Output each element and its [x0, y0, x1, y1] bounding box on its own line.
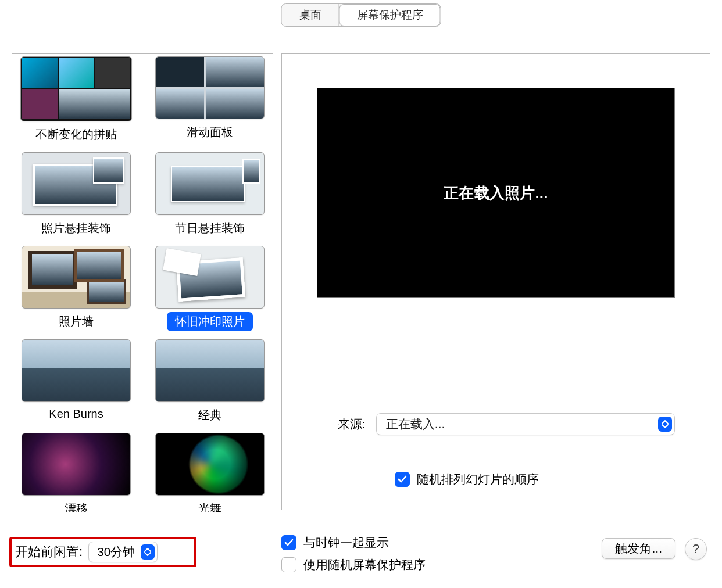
screensaver-item-label: 照片墙: [51, 312, 102, 331]
random-saver-row: 使用随机屏幕保护程序: [281, 557, 710, 573]
screensaver-thumb: [155, 56, 265, 119]
screensaver-item-flurry[interactable]: 光舞: [155, 433, 265, 512]
screensaver-item-holiday-mobile[interactable]: 节日悬挂装饰: [155, 152, 265, 238]
updown-icon: [141, 544, 155, 560]
screensaver-item-label: 光舞: [190, 499, 230, 512]
header-divider: [0, 35, 722, 35]
screensaver-item-sliding-panels[interactable]: 滑动面板: [155, 56, 265, 144]
shuffle-row: 随机排列幻灯片的顺序: [395, 471, 539, 487]
screensaver-options-panel: 正在载入照片... 来源: 正在载入... 随机排列幻灯片的顺序: [281, 53, 710, 510]
screensaver-item-label: 节日悬挂装饰: [167, 218, 253, 238]
screensaver-item-photo-wall[interactable]: 照片墙: [20, 246, 132, 331]
screensaver-item-vintage-prints[interactable]: 怀旧冲印照片: [155, 246, 265, 331]
idle-time-popup[interactable]: 30分钟: [88, 542, 158, 562]
screensaver-item-label: Ken Burns: [41, 406, 111, 422]
show-clock-label: 与时钟一起显示: [303, 535, 389, 551]
updown-icon: [658, 417, 672, 432]
screensaver-thumb: [155, 339, 265, 402]
tab-segmented-control: 桌面 屏幕保护程序: [281, 3, 441, 27]
hot-corners-button[interactable]: 触发角...: [602, 538, 675, 559]
screensaver-item-photo-mobile[interactable]: 照片悬挂装饰: [20, 152, 132, 238]
show-clock-checkbox[interactable]: [281, 535, 296, 550]
screensaver-prefs-window: 桌面 屏幕保护程序 不断变化的拼贴滑动面板照片悬挂装饰节日悬挂装饰照片墙怀旧冲印…: [0, 0, 722, 588]
screensaver-item-drift[interactable]: 漂移: [20, 433, 132, 512]
tab-desktop[interactable]: 桌面: [282, 4, 339, 26]
tab-screensaver[interactable]: 屏幕保护程序: [339, 4, 441, 26]
screensaver-item-ken-burns[interactable]: Ken Burns: [20, 339, 132, 425]
screensaver-item-label: 怀旧冲印照片: [167, 312, 253, 331]
screensaver-item-label: 经典: [190, 406, 230, 425]
random-saver-label: 使用随机屏幕保护程序: [303, 557, 426, 573]
shuffle-label: 随机排列幻灯片的顺序: [417, 471, 539, 487]
screensaver-thumb: [22, 246, 131, 309]
shuffle-checkbox[interactable]: [395, 472, 410, 487]
screensaver-item-label: 漂移: [56, 499, 96, 512]
screensaver-item-label: 照片悬挂装饰: [33, 218, 119, 238]
check-icon: [284, 539, 294, 547]
screensaver-list[interactable]: 不断变化的拼贴滑动面板照片悬挂装饰节日悬挂装饰照片墙怀旧冲印照片Ken Burn…: [12, 53, 273, 512]
screensaver-thumb: [22, 339, 131, 402]
bottom-bar: 开始前闲置: 30分钟 与时钟一起显示 使用随机屏幕保护程序 触发角...: [0, 530, 722, 573]
screensaver-thumb: [155, 433, 265, 496]
preview-loading-text: 正在载入照片...: [444, 183, 548, 203]
idle-time-highlight: 开始前闲置: 30分钟: [9, 537, 196, 567]
screensaver-thumb: [22, 152, 131, 215]
screensaver-preview: 正在载入照片...: [317, 88, 675, 298]
check-icon: [398, 475, 407, 483]
source-row: 来源: 正在载入...: [338, 413, 675, 435]
help-button[interactable]: ?: [685, 538, 707, 560]
screensaver-item-label: 滑动面板: [178, 123, 241, 142]
screensaver-item-label: 不断变化的拼贴: [27, 125, 125, 144]
source-popup[interactable]: 正在载入...: [376, 413, 675, 435]
random-saver-checkbox[interactable]: [281, 557, 296, 572]
screensaver-thumb: [20, 56, 132, 121]
idle-time-value: 30分钟: [97, 544, 135, 560]
bottom-right-controls: 与时钟一起显示 使用随机屏幕保护程序 触发角... ?: [281, 535, 710, 579]
source-label: 来源:: [338, 416, 366, 432]
screensaver-thumb: [155, 246, 265, 309]
idle-time-label: 开始前闲置:: [15, 543, 83, 561]
source-popup-value: 正在载入...: [386, 416, 445, 432]
screensaver-thumb: [155, 152, 265, 215]
screensaver-item-shifting-tiles[interactable]: 不断变化的拼贴: [20, 56, 132, 144]
screensaver-item-classic[interactable]: 经典: [155, 339, 265, 425]
screensaver-thumb: [22, 433, 131, 496]
